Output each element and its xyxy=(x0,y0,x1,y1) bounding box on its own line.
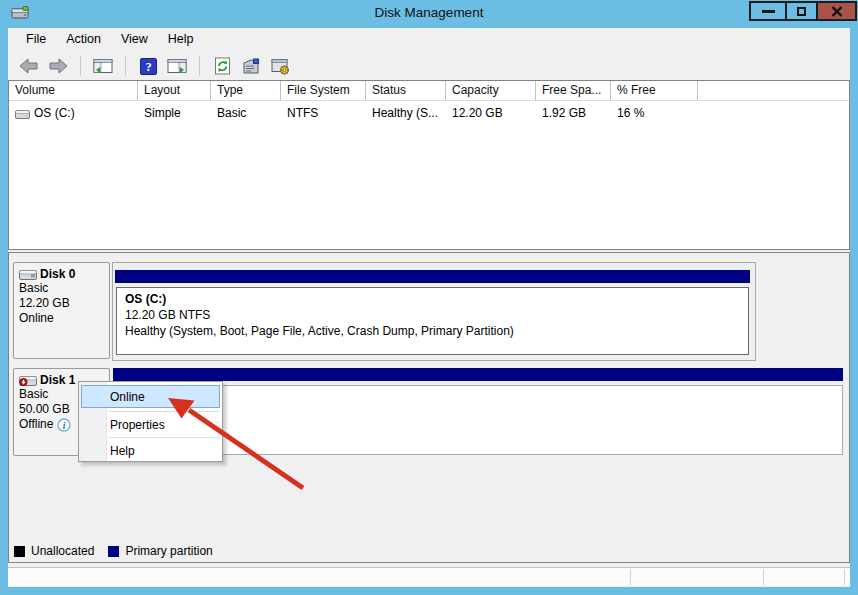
disk0-info-box[interactable]: Disk 0 Basic 12.20 GB Online xyxy=(13,262,110,359)
column-header-filler xyxy=(698,81,849,101)
toolbar-separator xyxy=(80,56,81,76)
primary-partition-swatch xyxy=(108,546,119,557)
column-header-layout[interactable]: Layout xyxy=(138,81,211,101)
menu-file[interactable]: File xyxy=(16,28,56,51)
volume-drive-icon xyxy=(15,108,30,119)
disk-context-menu: Online Properties Help xyxy=(78,381,223,462)
volume-free-space: 1.92 GB xyxy=(536,106,611,120)
show-action-pane-icon[interactable] xyxy=(166,55,188,77)
volume-name: OS (C:) xyxy=(34,106,75,120)
disk1-status: Offline xyxy=(19,417,53,432)
minimize-icon xyxy=(762,10,775,13)
legend-label-primary-partition: Primary partition xyxy=(125,544,212,558)
volume-capacity: 12.20 GB xyxy=(446,106,536,120)
statusbar-divider xyxy=(763,569,764,585)
column-header-type[interactable]: Type xyxy=(211,81,281,101)
menu-action[interactable]: Action xyxy=(56,28,111,51)
column-header-capacity[interactable]: Capacity xyxy=(446,81,536,101)
volume-list-header: Volume Layout Type File System Status Ca… xyxy=(9,81,849,101)
legend: Unallocated Primary partition xyxy=(14,544,221,558)
disk1-partition-color-strip xyxy=(113,368,843,381)
volume-type: Basic xyxy=(211,106,281,120)
column-header-file-system[interactable]: File System xyxy=(281,81,366,101)
maximize-button[interactable] xyxy=(785,1,818,21)
partition-health: Healthy (System, Boot, Page File, Active… xyxy=(125,323,740,339)
menu-bar: File Action View Help xyxy=(8,28,850,52)
properties-icon[interactable] xyxy=(240,55,262,77)
back-icon[interactable] xyxy=(18,55,40,77)
context-menu-item-properties[interactable]: Properties xyxy=(81,412,220,437)
disk0-size: 12.20 GB xyxy=(19,296,104,311)
column-header-free-space[interactable]: Free Spa... xyxy=(536,81,611,101)
volume-layout: Simple xyxy=(138,106,211,120)
disk1-name: Disk 1 xyxy=(40,373,75,387)
disk-management-window: Disk Management File Action View Help xyxy=(0,0,858,595)
svg-text:?: ? xyxy=(145,60,151,74)
show-console-tree-icon[interactable] xyxy=(92,55,114,77)
menu-help[interactable]: Help xyxy=(158,28,204,51)
disk0-graphic-region[interactable]: OS (C:) 12.20 GB NTFS Healthy (System, B… xyxy=(112,262,756,361)
toolbar: ? xyxy=(8,52,850,80)
title-bar: Disk Management xyxy=(0,0,858,28)
close-button[interactable] xyxy=(816,1,857,21)
legend-label-unallocated: Unallocated xyxy=(31,544,94,558)
window-title: Disk Management xyxy=(0,0,858,28)
volume-list-pane: Volume Layout Type File System Status Ca… xyxy=(8,80,850,250)
window-controls xyxy=(751,1,857,21)
disk0-type: Basic xyxy=(19,281,104,296)
column-header-percent-free[interactable]: % Free xyxy=(611,81,698,101)
partition-size: 12.20 GB NTFS xyxy=(125,307,740,323)
menu-view[interactable]: View xyxy=(111,28,158,51)
svg-text:i: i xyxy=(63,420,66,430)
toolbar-separator xyxy=(125,56,126,76)
column-header-status[interactable]: Status xyxy=(366,81,446,101)
close-icon xyxy=(831,6,843,17)
statusbar-divider xyxy=(630,569,631,585)
statusbar-divider xyxy=(844,569,845,585)
disk0-partition-box[interactable]: OS (C:) 12.20 GB NTFS Healthy (System, B… xyxy=(116,287,749,355)
forward-icon[interactable] xyxy=(47,55,69,77)
column-header-volume[interactable]: Volume xyxy=(9,81,138,101)
disk-settings-icon[interactable] xyxy=(269,55,291,77)
disk1-offline-drive-icon xyxy=(19,374,37,387)
volume-percent-free: 16 % xyxy=(611,106,698,120)
disk0-name: Disk 0 xyxy=(40,267,75,281)
app-body: File Action View Help xyxy=(8,28,850,587)
context-menu-item-online[interactable]: Online xyxy=(81,385,220,408)
toolbar-separator xyxy=(199,56,200,76)
partition-title: OS (C:) xyxy=(125,291,740,307)
disk0-status: Online xyxy=(19,311,104,326)
volume-file-system: NTFS xyxy=(281,106,366,120)
disk0-drive-icon xyxy=(19,268,37,280)
minimize-button[interactable] xyxy=(749,1,787,21)
status-bar xyxy=(8,567,850,586)
volume-status: Healthy (S... xyxy=(366,106,446,120)
offline-info-icon[interactable]: i xyxy=(57,418,71,432)
help-icon[interactable]: ? xyxy=(137,55,159,77)
maximize-icon xyxy=(797,7,806,16)
disk0-partition-color-strip xyxy=(115,270,750,283)
context-menu-item-help[interactable]: Help xyxy=(81,438,220,463)
refresh-icon[interactable] xyxy=(211,55,233,77)
unallocated-swatch xyxy=(14,546,25,557)
table-row[interactable]: OS (C:) Simple Basic NTFS Healthy (S... … xyxy=(9,104,849,122)
